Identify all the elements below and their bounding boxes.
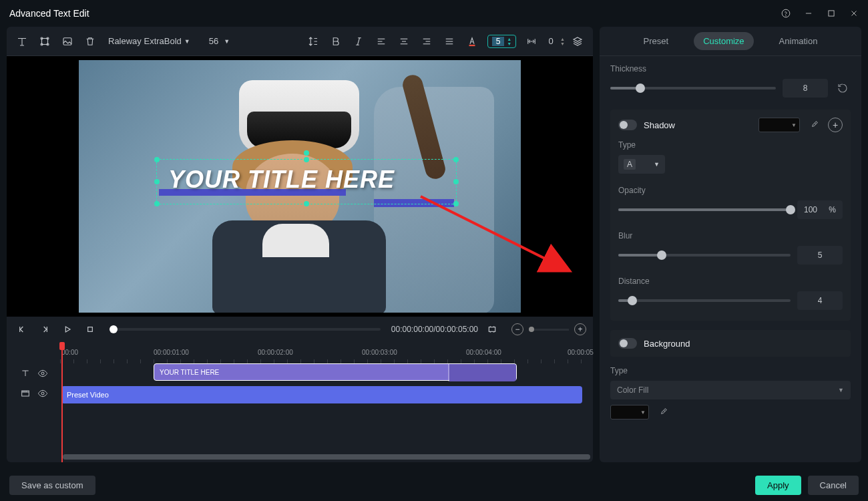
chevron-down-icon: ▼	[224, 38, 230, 45]
align-left-icon[interactable]	[371, 31, 391, 51]
video-preview[interactable]: YOUR TITLE HERE	[7, 56, 593, 317]
size-stepper-input[interactable]	[492, 37, 504, 46]
line-height-icon[interactable]	[303, 31, 323, 51]
font-select[interactable]: Raleway ExtraBold▼	[103, 33, 196, 49]
thickness-label: Thickness	[610, 64, 851, 73]
shadow-section: Shadow ▼ + Type A▼ Opacity 100% Blur 5	[610, 110, 851, 321]
stepper-up-icon[interactable]: ▲	[560, 37, 565, 41]
size-stepper[interactable]: ▲▼	[487, 35, 516, 48]
align-justify-icon[interactable]	[439, 31, 459, 51]
opacity-value[interactable]: 100%	[797, 200, 843, 219]
prev-frame-button[interactable]	[13, 321, 31, 338]
svg-line-12	[358, 37, 360, 45]
distance-value[interactable]: 4	[797, 291, 843, 310]
opacity-label: Opacity	[618, 186, 843, 195]
visibility-icon[interactable]	[37, 368, 48, 379]
minimize-icon[interactable]	[804, 9, 813, 18]
align-right-icon[interactable]	[417, 31, 437, 51]
shadow-color-swatch[interactable]: ▼	[758, 118, 800, 132]
thickness-slider[interactable]	[610, 87, 776, 90]
shadow-type-select[interactable]: A▼	[618, 155, 665, 174]
tab-animation[interactable]: Animation	[770, 32, 827, 50]
apply-button[interactable]: Apply	[755, 476, 801, 495]
clip-label: YOUR TITLE HERE	[160, 369, 219, 376]
stepper-down-icon[interactable]: ▼	[507, 41, 511, 46]
font-size-select[interactable]: 56▼	[204, 33, 235, 49]
visibility-icon[interactable]	[37, 388, 48, 399]
zoom-out-button[interactable]: −	[511, 323, 523, 335]
eyedropper-icon[interactable]	[656, 405, 670, 420]
playback-controls: 00:00:00:00/00:00:05:00 − +	[7, 317, 593, 342]
properties-panel: Thickness 8 Shadow ▼ + Type A▼ Opacity	[600, 56, 861, 462]
timeline-ruler[interactable]: 00:00 00:00:01:00 00:00:02:00 00:00:03:0…	[60, 342, 593, 363]
bold-icon[interactable]	[326, 31, 346, 51]
bg-type-select[interactable]: Color Fill▼	[610, 381, 851, 399]
save-custom-button[interactable]: Save as custom	[9, 476, 95, 495]
panel-tabs: Preset Customize Animation	[600, 27, 861, 56]
shadow-toggle[interactable]	[618, 120, 637, 130]
stepper-down-icon[interactable]: ▼	[560, 41, 565, 46]
bg-color-swatch[interactable]: ▼	[610, 405, 649, 420]
zoom-in-button[interactable]: +	[574, 323, 586, 335]
svg-rect-29	[88, 327, 93, 332]
cancel-button[interactable]: Cancel	[808, 476, 859, 495]
letter-spacing-icon[interactable]	[521, 31, 541, 51]
add-button[interactable]: +	[828, 118, 843, 132]
help-icon[interactable]	[781, 9, 791, 18]
opacity-slider[interactable]	[618, 208, 791, 211]
svg-rect-30	[489, 327, 495, 332]
italic-icon[interactable]	[349, 31, 369, 51]
font-size-value: 56	[209, 36, 218, 46]
time-display: 00:00:00:00/00:00:05:00	[391, 325, 478, 334]
delete-icon[interactable]	[80, 31, 100, 51]
crop-icon[interactable]	[483, 321, 501, 338]
timeline: 00:00 00:00:01:00 00:00:02:00 00:00:03:0…	[7, 342, 593, 462]
playback-scrubber[interactable]	[110, 328, 381, 331]
next-frame-button[interactable]	[36, 321, 53, 338]
svg-point-1	[786, 15, 787, 16]
zoom-slider[interactable]	[529, 329, 569, 331]
annotation-arrow	[407, 183, 581, 277]
stop-button[interactable]	[81, 321, 99, 338]
text-tool-icon[interactable]	[12, 31, 32, 51]
blur-slider[interactable]	[618, 254, 791, 257]
text-color-icon[interactable]	[462, 31, 482, 51]
text-track-icon	[20, 368, 31, 379]
align-center-icon[interactable]	[394, 31, 414, 51]
svg-rect-3	[829, 11, 834, 16]
svg-point-31	[41, 372, 44, 375]
titlebar: Advanced Text Edit	[0, 0, 868, 27]
reset-icon[interactable]	[835, 80, 851, 96]
background-label: Background	[644, 339, 843, 349]
window-title: Advanced Text Edit	[9, 8, 89, 19]
svg-point-33	[41, 392, 44, 395]
image-icon[interactable]	[57, 31, 77, 51]
layers-icon[interactable]	[568, 31, 588, 51]
tab-preset[interactable]: Preset	[634, 32, 678, 50]
background-toggle[interactable]	[618, 338, 637, 349]
blur-value[interactable]: 5	[797, 246, 843, 265]
text-clip[interactable]: YOUR TITLE HERE	[154, 363, 517, 381]
playhead[interactable]	[61, 342, 63, 462]
stepper-up-icon[interactable]: ▲	[507, 37, 511, 41]
font-name: Raleway ExtraBold	[108, 36, 182, 46]
text-track: YOUR TITLE HERE	[60, 363, 593, 383]
video-clip[interactable]: Preset Video	[61, 386, 582, 403]
distance-label: Distance	[618, 277, 843, 286]
timeline-scrollbar[interactable]	[63, 454, 590, 460]
eyedropper-icon[interactable]	[807, 118, 821, 132]
maximize-icon[interactable]	[827, 9, 836, 18]
close-icon[interactable]	[849, 9, 859, 18]
background-section: Background	[610, 330, 851, 357]
thickness-value[interactable]: 8	[783, 79, 828, 98]
transform-icon[interactable]	[35, 31, 55, 51]
blur-label: Blur	[618, 231, 843, 240]
footer: Save as custom Apply Cancel	[0, 469, 868, 501]
play-button[interactable]	[59, 321, 76, 338]
spacing-input[interactable]	[544, 36, 558, 46]
distance-slider[interactable]	[618, 299, 791, 302]
svg-line-28	[421, 196, 568, 270]
tab-customize[interactable]: Customize	[694, 32, 753, 50]
video-track-icon	[20, 388, 31, 399]
bg-type-label: Type	[610, 366, 851, 375]
